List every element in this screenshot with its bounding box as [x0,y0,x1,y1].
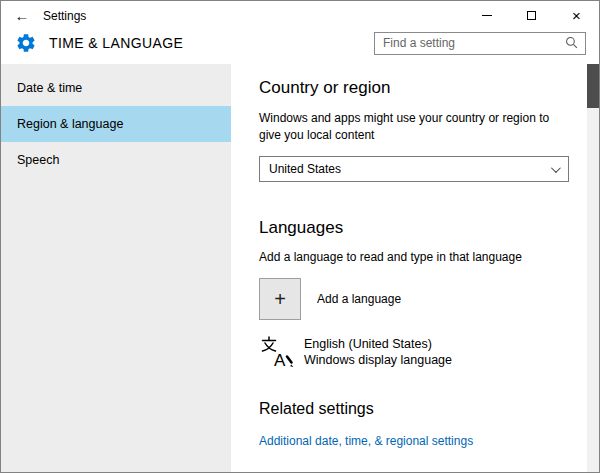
search-box[interactable] [374,32,586,55]
close-button[interactable]: × [554,1,599,30]
chevron-down-icon [551,163,561,173]
languages-description: Add a language to read and type in that … [259,250,569,264]
country-region-description: Windows and apps might use your country … [259,110,569,144]
country-region-heading: Country or region [259,78,569,98]
scrollbar-track[interactable] [587,64,599,472]
svg-text:A: A [274,351,286,369]
window-body: Date & time Region & language Speech Cou… [1,64,599,472]
window-controls: × [464,1,599,30]
back-button[interactable]: ← [1,1,43,30]
sidebar-item-label: Speech [17,153,59,167]
section-title: TIME & LANGUAGE [49,35,183,51]
sidebar-item-speech[interactable]: Speech [1,142,231,178]
minimize-icon [482,15,492,16]
language-icon: A [259,334,295,370]
additional-settings-link[interactable]: Additional date, time, & regional settin… [259,434,473,448]
dropdown-selected-value: United States [269,162,551,176]
add-language-button[interactable]: + Add a language [259,278,569,320]
language-item-texts: English (United States) Windows display … [304,336,452,368]
titlebar: ← Settings × [1,1,599,30]
scrollbar-thumb[interactable] [587,64,599,108]
sidebar-item-region-language[interactable]: Region & language [1,106,231,142]
language-status: Windows display language [304,352,452,368]
close-icon: × [572,8,581,23]
page-header: TIME & LANGUAGE [1,30,599,64]
settings-window: ← Settings × TIME & LANGUAGE [0,0,600,473]
sidebar-item-label: Date & time [17,81,82,95]
language-list-item[interactable]: A English (United States) Windows displa… [259,334,569,370]
sidebar-item-date-time[interactable]: Date & time [1,70,231,106]
sidebar-item-label: Region & language [17,117,123,131]
search-input[interactable] [383,36,565,50]
plus-icon: + [259,278,301,320]
language-name: English (United States) [304,336,452,352]
country-region-dropdown[interactable]: United States [259,156,569,182]
languages-heading: Languages [259,218,569,238]
gear-icon [13,30,39,56]
minimize-button[interactable] [464,1,509,30]
back-icon: ← [15,7,30,24]
related-settings-heading: Related settings [259,400,569,418]
main-content: Country or region Windows and apps might… [231,64,599,472]
maximize-button[interactable] [509,1,554,30]
window-title: Settings [43,9,86,23]
add-language-label: Add a language [317,292,401,306]
sidebar: Date & time Region & language Speech [1,64,231,472]
search-icon[interactable] [565,36,579,50]
maximize-icon [527,11,536,20]
